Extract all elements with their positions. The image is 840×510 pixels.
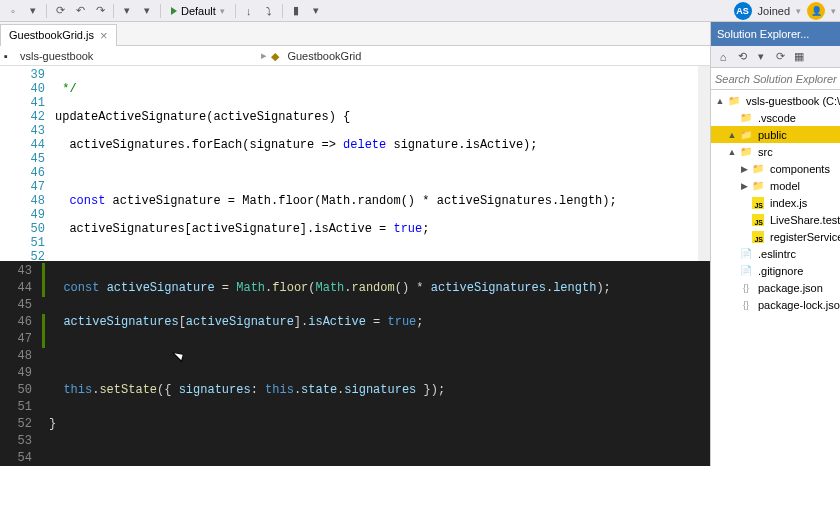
tree-item-label: .gitignore [758,265,803,277]
nav-back-icon[interactable]: ↶ [71,2,89,20]
tree-item[interactable]: {}package.json [711,279,840,296]
play-icon [171,7,177,15]
tree-item-label: package.json [758,282,823,294]
folder-icon: 📁 [739,145,753,159]
code-area-dark[interactable]: const activeSignature = Math.floor(Math.… [45,261,710,466]
line-gutter: 43 44 45 46 47 48 49 50 51 52 53 54 55 5… [0,261,42,466]
file-icon: 📄 [739,264,753,278]
collapse-icon[interactable]: ▲ [727,130,737,140]
tree-item[interactable]: 📄.eslintrc [711,245,840,262]
folder-icon: 📁 [739,111,753,125]
tree-item[interactable]: 📁.vscode [711,109,840,126]
json-file-icon: {} [739,281,753,295]
tree-item[interactable]: JSindex.js [711,194,840,211]
toolbar-separator [160,4,161,18]
json-file-icon: {} [739,298,753,312]
tree-item-label: LiveShare.test.js [770,214,840,226]
breadcrumb: ▪ vsls-guestbook ▸ ◆ GuestbookGrid [0,46,710,66]
editor-tab[interactable]: GuestbookGrid.js × [0,24,117,46]
tree-item[interactable]: ▲📁vsls-guestbook (C:\User [711,92,840,109]
bookmark-icon[interactable]: ▮ [287,2,305,20]
folder-icon: 📁 [751,179,765,193]
panel-toolbar: ⌂ ⟲ ▾ ⟳ ▦ [711,46,840,68]
toolbar-separator [282,4,283,18]
panel-title: Solution Explorer... [717,28,809,40]
tree-item[interactable]: ▶📁model [711,177,840,194]
collapse-icon[interactable]: ▲ [727,147,737,157]
tree-item-label: registerServiceWor [770,231,840,243]
tree-item-label: vsls-guestbook (C:\User [746,95,840,107]
tree-item[interactable]: ▲📁src [711,143,840,160]
editor-tab-bar: GuestbookGrid.js × [0,22,710,46]
tree-item[interactable]: 📄.gitignore [711,262,840,279]
expand-icon[interactable]: ▶ [739,181,749,191]
close-icon[interactable]: × [100,29,108,42]
refresh-icon[interactable]: ⟳ [51,2,69,20]
file-tree[interactable]: ▲📁vsls-guestbook (C:\User📁.vscode▲📁publi… [711,90,840,466]
panel-header: Solution Explorer... ▾ × [711,22,840,46]
toolbar-separator [46,4,47,18]
more-icon[interactable]: ▾ [307,2,325,20]
tree-item-label: public [758,129,787,141]
tree-item[interactable]: {}package-lock.json [711,296,840,313]
tree-item-label: .vscode [758,112,796,124]
step-icon[interactable]: ↓ [240,2,258,20]
user-avatar[interactable]: AS [734,2,752,20]
editor-pane-dark[interactable]: 43 44 45 46 47 48 49 50 51 52 53 54 55 5… [0,261,710,466]
sync-icon[interactable]: ⟲ [734,49,750,65]
file-icon: 📄 [739,247,753,261]
collapse-icon[interactable]: ▾ [753,49,769,65]
scrollbar-vertical[interactable] [698,66,710,261]
search-input[interactable] [715,73,840,85]
class-icon: ◆ [271,50,283,62]
new-project-icon[interactable]: ◦ [4,2,22,20]
tree-item-label: components [770,163,830,175]
breadcrumb-project[interactable]: vsls-guestbook [20,50,93,62]
code-area-light[interactable]: */ updateActiveSignature(activeSignature… [55,66,710,261]
line-gutter: 39 40 41 42 43 44 45 46 47 48 49 50 51 5… [0,66,55,261]
folder-icon: 📁 [739,128,753,142]
folder-icon: 📁 [751,162,765,176]
nav-fwd-icon[interactable]: ↷ [91,2,109,20]
tree-item-label: model [770,180,800,192]
main-toolbar: ◦ ▾ ⟳ ↶ ↷ ▾ ▾ Default ▾ ↓ ⤵ ▮ ▾ AS Joine… [0,0,840,22]
participant-avatar[interactable]: 👤 [807,2,825,20]
project-icon: ▪ [4,50,16,62]
home-icon[interactable]: ⌂ [715,49,731,65]
tree-item[interactable]: ▶📁components [711,160,840,177]
save-icon[interactable]: ▾ [118,2,136,20]
toolbar-separator [235,4,236,18]
tree-item[interactable]: ▲📁public [711,126,840,143]
tree-item-label: index.js [770,197,807,209]
tree-item-label: package-lock.json [758,299,840,311]
open-file-icon[interactable]: ▾ [24,2,42,20]
tree-item-label: src [758,146,773,158]
search-box[interactable]: 🔍 [711,68,840,90]
collapse-icon[interactable]: ▲ [715,96,725,106]
breadcrumb-class[interactable]: GuestbookGrid [287,50,361,62]
editor-group: GuestbookGrid.js × ▪ vsls-guestbook ▸ ◆ … [0,22,710,466]
show-all-icon[interactable]: ▦ [791,49,807,65]
step-over-icon[interactable]: ⤵ [260,2,278,20]
js-file-icon: JS [751,196,765,210]
config-label: Default [181,5,216,17]
tab-filename: GuestbookGrid.js [9,29,94,41]
editor-pane-light[interactable]: 39 40 41 42 43 44 45 46 47 48 49 50 51 5… [0,66,710,261]
refresh-icon[interactable]: ⟳ [772,49,788,65]
expand-icon[interactable]: ▶ [739,164,749,174]
js-file-icon: JS [751,213,765,227]
toolbar-separator [113,4,114,18]
folder-icon: 📁 [727,94,741,108]
tree-item-label: .eslintrc [758,248,796,260]
save-all-icon[interactable]: ▾ [138,2,156,20]
chevron-right-icon: ▸ [261,49,267,62]
solution-explorer: Solution Explorer... ▾ × ⌂ ⟲ ▾ ⟳ ▦ 🔍 ▲📁v… [710,22,840,466]
liveshare-status: Joined [758,5,790,17]
tree-item[interactable]: JSLiveShare.test.js [711,211,840,228]
start-debug-button[interactable]: Default ▾ [165,2,231,20]
tree-item[interactable]: JSregisterServiceWor [711,228,840,245]
js-file-icon: JS [751,230,765,244]
